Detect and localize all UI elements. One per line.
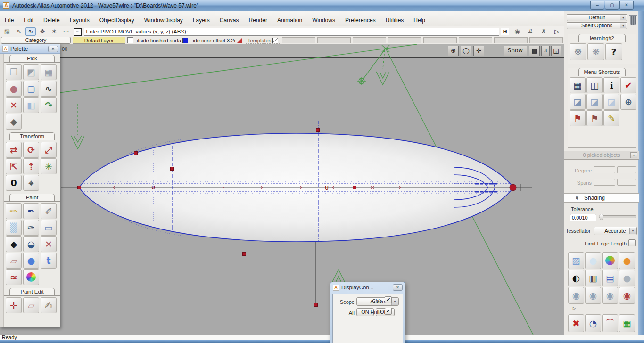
menu-item[interactable]: Layers: [193, 17, 210, 24]
menu-item[interactable]: WindowDisplay: [144, 17, 183, 24]
pick-object-icon[interactable]: ❒: [6, 64, 22, 80]
color-wheel-icon[interactable]: [23, 269, 39, 285]
soft-brush-icon[interactable]: ▒: [6, 220, 22, 236]
menu-item[interactable]: Windows: [312, 17, 335, 24]
slider-thumb[interactable]: [600, 214, 603, 220]
patch-precision-button[interactable]: 3: [541, 46, 550, 56]
move-normal-icon[interactable]: ⇡: [23, 158, 39, 174]
rotate-icon[interactable]: ⟳: [23, 142, 39, 158]
spans-field-u[interactable]: [594, 179, 615, 186]
trash-icon[interactable]: [630, 16, 636, 25]
minmax-range-icon[interactable]: ◔: [585, 314, 601, 332]
object-info-icon[interactable]: ℹ: [603, 77, 619, 93]
palette-section-pick[interactable]: Pick: [9, 55, 55, 62]
palette-close-icon[interactable]: ✕: [48, 46, 58, 52]
layer-core-offset[interactable]: ide core offset 3.2r: [191, 37, 244, 44]
pick-point-icon[interactable]: ●: [6, 81, 22, 97]
curvature-comb-icon[interactable]: ⌒: [602, 314, 618, 332]
wireframe-shade-icon[interactable]: ▨: [568, 252, 584, 269]
menu-item[interactable]: Layouts: [70, 17, 90, 24]
band-shade-icon[interactable]: ▤: [602, 270, 618, 286]
tessellator-dropdown[interactable]: Accurate ▼: [594, 227, 637, 235]
palette-titlebar[interactable]: A Palette ✕: [0, 44, 60, 54]
chevron-down-icon[interactable]: ▼: [630, 152, 637, 158]
layer-finished-surface[interactable]: itside finished surfa: [135, 37, 190, 44]
canvas-plane-icon[interactable]: ▱: [6, 253, 22, 269]
construction-tools-icon[interactable]: ❋: [587, 43, 604, 60]
degree-field-u[interactable]: [594, 166, 615, 173]
show-button[interactable]: Show: [504, 46, 527, 56]
move-icon[interactable]: ⇄: [6, 142, 22, 158]
pick-move-icon[interactable]: ⇱: [14, 27, 24, 36]
degree-field-v[interactable]: [617, 166, 636, 173]
prompt-play-icon[interactable]: ▷: [552, 27, 562, 36]
menu-item[interactable]: Render: [249, 17, 267, 24]
empty-layer-slot[interactable]: [459, 37, 492, 43]
layer-checkbox[interactable]: [127, 37, 133, 43]
pick-component-icon[interactable]: ◩: [23, 64, 39, 80]
more-tools-icon[interactable]: ⋯: [61, 27, 71, 36]
menu-item[interactable]: Animation: [277, 17, 302, 24]
curve-edit-icon[interactable]: ∿: [25, 27, 36, 36]
orange-shade-icon[interactable]: ●: [619, 252, 635, 269]
airbrush-icon[interactable]: ✐: [41, 203, 57, 219]
menu-item[interactable]: Utilities: [386, 17, 404, 24]
pan-icon[interactable]: ✜: [473, 46, 484, 56]
menu-item[interactable]: Canvas: [220, 17, 239, 24]
maximize-button[interactable]: ▢: [605, 1, 619, 10]
locator-pair-icon[interactable]: ⚑: [586, 110, 603, 126]
diag-box-icon[interactable]: ▨: [2, 27, 12, 36]
annotate-note-icon[interactable]: ✎: [603, 110, 619, 126]
sketch-curves-icon[interactable]: ≈: [6, 269, 22, 285]
locator-set-icon[interactable]: ⚑: [570, 110, 586, 126]
nonproportional-scale-icon[interactable]: ⇱: [6, 158, 22, 174]
shelf-selector-dropdown[interactable]: Default ▼: [567, 14, 627, 21]
picked-objects-bar[interactable]: 0 picked objects ▼: [564, 151, 639, 160]
pick-hull-icon[interactable]: ▢: [23, 81, 39, 97]
snap-point-icon[interactable]: ◉: [512, 27, 522, 36]
window-corner-icon[interactable]: ◱: [551, 46, 561, 56]
palette-section-paint-edit[interactable]: Paint Edit: [9, 288, 55, 295]
pick-surface-icon[interactable]: ◧: [23, 97, 39, 113]
marker-icon[interactable]: ◆: [6, 236, 22, 252]
assign-shader-icon[interactable]: ◉: [619, 287, 635, 304]
metal-shade-icon[interactable]: ●: [619, 270, 635, 286]
windows-flag-icon[interactable]: ❖: [37, 27, 48, 36]
text-tool-icon[interactable]: t: [41, 253, 57, 269]
pick-span-icon[interactable]: ✕: [6, 97, 22, 113]
history-icon[interactable]: H: [501, 28, 509, 35]
detail-pen-icon[interactable]: ✑: [23, 220, 39, 236]
prompt-input[interactable]: [84, 28, 499, 36]
layer-color-swatch-blue[interactable]: [182, 38, 188, 43]
bw-shade-icon[interactable]: ◐: [568, 270, 584, 286]
pick-label-icon[interactable]: ↷: [41, 97, 57, 113]
eraser-icon[interactable]: ▭: [41, 220, 57, 236]
layer-templates[interactable]: Templates: [246, 37, 280, 44]
layer-color-swatch-red[interactable]: [237, 38, 242, 43]
globe-wireframe-icon[interactable]: ⊕: [620, 94, 636, 110]
limit-edge-length-checkbox[interactable]: [628, 239, 636, 246]
dialog-titlebar[interactable]: A DisplayCon... ✕: [330, 282, 405, 293]
diagnostic-shade-1-icon[interactable]: ◪: [570, 94, 586, 110]
empty-layer-slot[interactable]: [494, 37, 528, 43]
layer-defaultlayer[interactable]: DefaultLayer: [73, 37, 125, 44]
ink-pen-icon[interactable]: ✒: [23, 203, 39, 219]
pencil-icon[interactable]: ✏: [6, 203, 22, 219]
track-icon[interactable]: ◯: [461, 46, 471, 56]
cv-display-options-icon[interactable]: ✖: [568, 314, 584, 332]
menu-item[interactable]: ObjectDisplay: [99, 17, 134, 24]
layer-diagonal-swatch[interactable]: [272, 38, 278, 43]
canvas-layout-icon[interactable]: ▱: [23, 297, 39, 313]
zoom-icon[interactable]: ⊕: [448, 46, 459, 56]
paint-bucket-icon[interactable]: ◒: [23, 236, 39, 252]
snap-grid-icon[interactable]: #: [525, 27, 536, 36]
shading-section-header[interactable]: ⇞ Shading: [564, 193, 639, 203]
empty-layer-slot[interactable]: [388, 37, 421, 43]
empty-layer-slot[interactable]: [317, 37, 351, 43]
window-grid-icon[interactable]: ▦: [570, 77, 586, 93]
shelf-options-dropdown[interactable]: Shelf Options ▼: [567, 22, 627, 29]
zero-transform-icon[interactable]: 0: [6, 175, 22, 191]
palette-scrollbar[interactable]: [0, 54, 4, 327]
canvas-transform-icon[interactable]: ✛: [6, 297, 22, 313]
menu-item[interactable]: File: [5, 17, 14, 24]
